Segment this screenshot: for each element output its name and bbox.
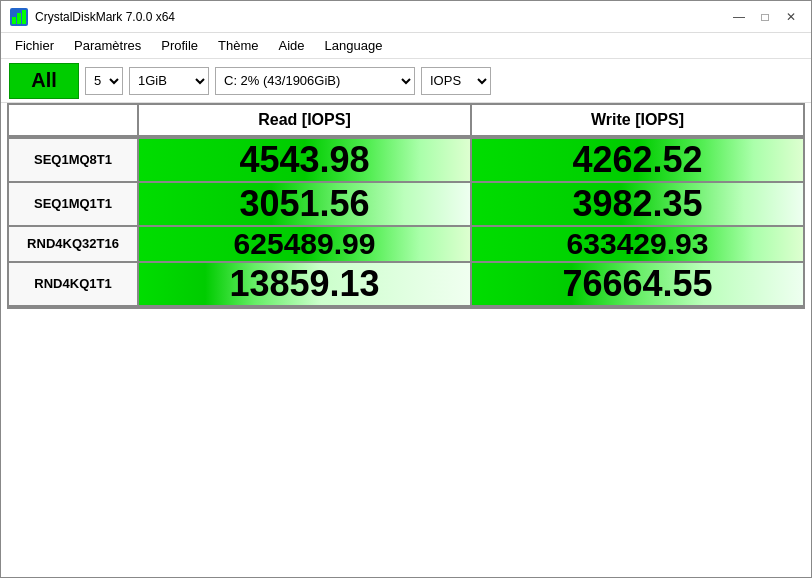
read-value: 3051.56 [239,183,369,225]
window-title: CrystalDiskMark 7.0.0 x64 [35,10,727,24]
main-window: CrystalDiskMark 7.0.0 x64 — □ ✕ Fichier … [0,0,812,578]
menu-aide[interactable]: Aide [269,35,315,56]
row-write-rnd4k-q1t1: 76664.55 [472,263,803,305]
table-row: SEQ1M Q8T1 4543.98 4262.52 [9,137,803,181]
read-value: 4543.98 [239,139,369,181]
write-header: Write [IOPS] [472,105,803,135]
drive-select[interactable]: C: 2% (43/1906GiB) [215,67,415,95]
svg-rect-3 [22,10,26,24]
results-header: Read [IOPS] Write [IOPS] [7,103,805,137]
row-label-rnd4k-q32t16: RND4K Q32T16 [9,227,139,261]
minimize-button[interactable]: — [727,7,751,27]
results-area: Read [IOPS] Write [IOPS] SEQ1M Q8T1 4543… [1,103,811,577]
write-value: 633429.93 [567,227,709,261]
menu-bar: Fichier Paramètres Profile Thème Aide La… [1,33,811,59]
row-label-seq1m-q1t1: SEQ1M Q1T1 [9,183,139,225]
row-read-seq1m-q1t1: 3051.56 [139,183,472,225]
row-write-rnd4k-q32t16: 633429.93 [472,227,803,261]
menu-fichier[interactable]: Fichier [5,35,64,56]
menu-theme[interactable]: Thème [208,35,268,56]
mode-select[interactable]: IOPS MB/s μs [421,67,491,95]
menu-profile[interactable]: Profile [151,35,208,56]
svg-rect-1 [12,17,16,24]
maximize-button[interactable]: □ [753,7,777,27]
write-value: 4262.52 [572,139,702,181]
row-read-rnd4k-q32t16: 625489.99 [139,227,472,261]
table-row: RND4K Q32T16 625489.99 633429.93 [9,225,803,261]
window-controls: — □ ✕ [727,7,803,27]
table-row: RND4K Q1T1 13859.13 76664.55 [9,261,803,307]
results-rows: SEQ1M Q8T1 4543.98 4262.52 SEQ1M Q1T1 30… [7,137,805,309]
row-write-seq1m-q1t1: 3982.35 [472,183,803,225]
row-read-seq1m-q8t1: 4543.98 [139,139,472,181]
read-value: 625489.99 [234,227,376,261]
read-value: 13859.13 [229,263,379,305]
size-select[interactable]: 1GiB 512MiB 2GiB 4GiB [129,67,209,95]
read-header: Read [IOPS] [139,105,472,135]
table-row: SEQ1M Q1T1 3051.56 3982.35 [9,181,803,225]
header-spacer [9,105,139,135]
close-button[interactable]: ✕ [779,7,803,27]
menu-language[interactable]: Language [315,35,393,56]
row-label-rnd4k-q1t1: RND4K Q1T1 [9,263,139,305]
title-bar: CrystalDiskMark 7.0.0 x64 — □ ✕ [1,1,811,33]
toolbar: All 5 1 3 9 1GiB 512MiB 2GiB 4GiB C: 2% … [1,59,811,103]
app-icon [9,7,29,27]
write-value: 3982.35 [572,183,702,225]
row-label-seq1m-q8t1: SEQ1M Q8T1 [9,139,139,181]
menu-parametres[interactable]: Paramètres [64,35,151,56]
svg-rect-2 [17,13,21,24]
count-select[interactable]: 5 1 3 9 [85,67,123,95]
all-button[interactable]: All [9,63,79,99]
write-value: 76664.55 [562,263,712,305]
row-write-seq1m-q8t1: 4262.52 [472,139,803,181]
row-read-rnd4k-q1t1: 13859.13 [139,263,472,305]
